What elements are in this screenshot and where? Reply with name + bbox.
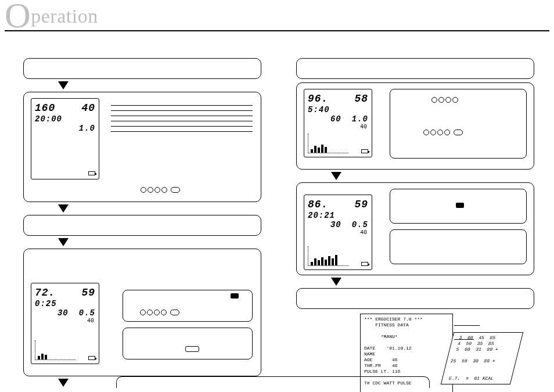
- lcd-value: 59: [354, 199, 368, 211]
- lcd-value: 86.: [308, 199, 328, 211]
- lcd-display: 16040 20:00 1.0: [31, 98, 99, 179]
- right-step-1: 96.58 5:40 601.0 40: [296, 82, 534, 170]
- left-column: 16040 20:00 1.0 72.59 0:25 300.5 40: [23, 58, 261, 389]
- flow-arrow-icon: [58, 379, 69, 387]
- lcd-value: 1.0: [79, 124, 95, 133]
- right-step-0: [296, 58, 534, 79]
- pointer-group-icon: [164, 344, 200, 355]
- lcd-value: 40: [308, 229, 368, 236]
- dropcap-o: O: [5, 0, 31, 35]
- lcd-value: 5:40: [308, 105, 330, 114]
- flow-arrow-icon: [58, 204, 69, 213]
- lcd-value: 160: [35, 102, 55, 114]
- lcd-graph-icon: [35, 340, 75, 360]
- leader-line-icon: [454, 339, 474, 340]
- key-icon: [456, 203, 464, 208]
- pointer-icon: [502, 247, 509, 258]
- lcd-value: 0:25: [35, 299, 57, 308]
- key-icon: [231, 293, 239, 299]
- lcd-value: 60: [330, 114, 341, 124]
- battery-icon: [88, 356, 95, 360]
- control-keys-icon: [139, 308, 180, 318]
- flow-arrow-icon: [331, 278, 341, 286]
- lcd-value: 40: [81, 102, 95, 114]
- lcd-display: 96.58 5:40 601.0 40: [304, 89, 372, 157]
- lcd-value: 0.5: [79, 308, 95, 318]
- lcd-value: 1.0: [352, 114, 368, 124]
- lcd-value: 20:21: [308, 211, 335, 220]
- lcd-value: 59: [81, 287, 95, 299]
- lcd-value: 30: [330, 220, 341, 229]
- pointer-icon: [140, 222, 147, 233]
- flow-arrow-icon: [58, 81, 69, 89]
- lcd-value: 58: [354, 93, 368, 105]
- lcd-display: 86.59 20:21 300.5 40: [304, 195, 372, 270]
- control-keys-icon: [431, 95, 459, 106]
- lcd-value: 72.: [35, 287, 55, 299]
- control-keys-icon: [140, 185, 181, 196]
- left-step-1: [23, 58, 261, 79]
- left-step-3: [23, 215, 261, 236]
- sub-panel: [390, 229, 527, 264]
- right-step-3: [296, 288, 534, 309]
- text-lines-placeholder: [111, 100, 253, 136]
- sub-panel: [390, 189, 527, 224]
- left-step-2: 16040 20:00 1.0: [23, 92, 261, 202]
- title-rule: [5, 30, 549, 31]
- lcd-value: 0.5: [352, 220, 368, 229]
- lcd-value: 96.: [308, 93, 328, 105]
- control-keys-icon: [423, 128, 463, 138]
- flow-arrow-icon: [58, 238, 69, 246]
- battery-icon: [88, 171, 95, 175]
- bottom-frame: [116, 376, 430, 388]
- battery-icon: [361, 149, 368, 153]
- pointer-icon: [431, 201, 438, 211]
- lcd-graph-icon: [308, 134, 348, 153]
- heading-rest: peration: [31, 5, 98, 27]
- left-step-4: 72.59 0:25 300.5 40: [23, 249, 261, 376]
- flow-arrow-icon: [331, 172, 341, 180]
- sub-panel: [123, 290, 253, 322]
- pointer-icon: [401, 296, 408, 306]
- sub-panel: [390, 89, 527, 159]
- lcd-display: 72.59 0:25 300.5 40: [31, 283, 99, 364]
- printout-sheet-b: 3 60 45 85 4 59 35 85 5 60 31 80 + 25 59…: [441, 332, 523, 384]
- lcd-graph-icon: [308, 246, 348, 266]
- page-title: Operation: [5, 0, 98, 27]
- lcd-value: 30: [57, 308, 69, 318]
- leader-line-icon: [454, 332, 485, 333]
- leader-line-icon: [454, 325, 480, 326]
- lcd-value: 20:00: [35, 114, 62, 124]
- battery-icon: [361, 262, 368, 266]
- right-column: 96.58 5:40 601.0 40 86.59 20:21: [296, 58, 534, 309]
- lcd-value: 40: [35, 318, 95, 325]
- lcd-value: 40: [308, 124, 368, 131]
- sub-panel: [123, 328, 253, 359]
- right-step-2: 86.59 20:21 300.5 40: [296, 182, 534, 275]
